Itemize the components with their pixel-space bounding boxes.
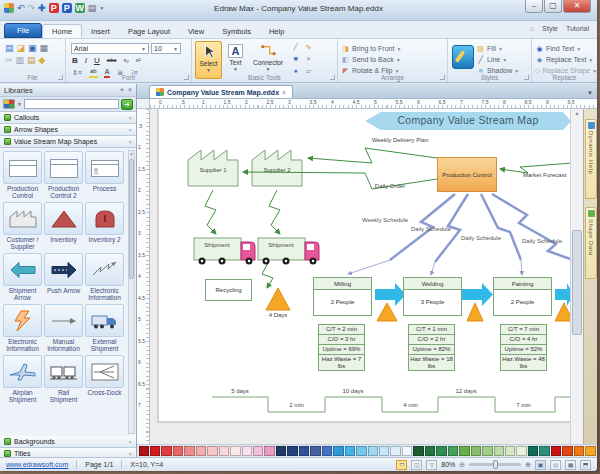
maximize-button[interactable]: ▢ <box>544 0 562 13</box>
close-button[interactable]: ✕ <box>563 0 591 13</box>
save-icon[interactable]: ▣ <box>28 43 37 53</box>
color-swatch[interactable] <box>448 446 458 456</box>
shipment-label-2[interactable]: Shipment <box>260 242 302 249</box>
shape-production-control-2[interactable]: Production Control 2 <box>44 151 83 200</box>
databox-painting[interactable]: C/T = 7 minC/O = 4 hrUptime = 52%Haz.Was… <box>500 325 547 371</box>
shape-rail-shipment[interactable]: Rail Shipment <box>44 355 83 404</box>
format-painter-icon[interactable]: ◆ <box>39 55 46 65</box>
menu-item-line[interactable]: ╱Line▼ <box>476 54 519 65</box>
color-swatch[interactable] <box>539 446 549 456</box>
color-swatch[interactable] <box>516 446 526 456</box>
normal-view-icon[interactable]: ▭ <box>396 460 407 470</box>
color-swatch[interactable] <box>299 446 309 456</box>
color-swatch[interactable] <box>333 446 343 456</box>
delete-tool-icon[interactable]: × <box>302 53 315 65</box>
supplier-2-label[interactable]: Supplier 2 <box>252 167 302 174</box>
menu-item-fill[interactable]: ▨Fill▼ <box>476 43 519 54</box>
supplier-1-label[interactable]: Supplier 1 <box>188 167 238 174</box>
color-swatch[interactable] <box>379 446 389 456</box>
rectangle-tool-icon[interactable]: ■ <box>289 53 302 65</box>
tab-home[interactable]: Home <box>42 24 82 38</box>
market-forecast-label[interactable]: Market Forecast <box>523 172 570 179</box>
color-swatch[interactable] <box>471 446 481 456</box>
print-icon[interactable]: ▦ <box>40 43 49 53</box>
curve-tool-icon[interactable]: ∿ <box>302 41 315 53</box>
color-swatch[interactable] <box>310 446 320 456</box>
process-milling[interactable]: Milling2 People <box>313 277 372 316</box>
basic-tools-dialog-launcher[interactable] <box>330 75 335 80</box>
color-swatch[interactable] <box>413 446 423 456</box>
section-value-stream-map-shapes[interactable]: Value Stream Map Shapes× <box>0 135 136 148</box>
zoom-out-icon[interactable]: ⊖ <box>459 461 465 469</box>
color-swatch[interactable] <box>368 446 378 456</box>
section-close-icon[interactable]: × <box>128 451 132 457</box>
library-search-input[interactable] <box>24 99 119 109</box>
shape-electronic-information[interactable]: Electronic Information <box>85 253 124 302</box>
shape-shipment-arrow[interactable]: Shipment Arrow <box>3 253 42 302</box>
process-painting[interactable]: Painting2 People <box>493 277 552 316</box>
vertical-scrollbar[interactable]: ▲ ▼ <box>570 109 583 458</box>
section-close-icon[interactable]: × <box>128 115 132 121</box>
schedule-label-2[interactable]: Daily Schedule <box>454 235 508 241</box>
scroll-up-icon[interactable]: ▲ <box>571 110 583 116</box>
document-tab-close-icon[interactable]: × <box>282 89 286 96</box>
subscript-button[interactable]: x₂ <box>122 56 129 65</box>
menu-item-find-text[interactable]: ◉Find Text▼ <box>535 43 594 54</box>
line-tool-icon[interactable]: ╱ <box>289 41 302 53</box>
superscript-button[interactable]: x² <box>135 56 142 65</box>
color-swatch[interactable] <box>482 446 492 456</box>
shape-manual-information[interactable]: Manual Information <box>44 304 83 353</box>
tab-view[interactable]: View <box>179 25 213 38</box>
shape-inventory-2[interactable]: Inventory 2 <box>85 202 124 251</box>
color-swatch[interactable] <box>505 446 515 456</box>
library-picker-caret[interactable]: ▼ <box>17 101 22 107</box>
schedule-label-3[interactable]: Daily Schedule <box>515 238 569 244</box>
italic-button[interactable]: I <box>84 56 88 65</box>
color-swatch[interactable] <box>276 446 286 456</box>
schedule-label-0[interactable]: Weekly Schedule <box>358 217 412 223</box>
schedule-label-1[interactable]: Daily Schedule <box>404 226 458 232</box>
open-icon[interactable]: ◪ <box>17 43 26 53</box>
paste-icon[interactable]: ▤ <box>27 55 36 65</box>
tab-symbols[interactable]: Symbols <box>213 25 260 38</box>
edrawsoft-link[interactable]: www.edrawsoft.com <box>6 461 68 468</box>
color-swatch[interactable] <box>173 446 183 456</box>
underline-button[interactable]: U <box>93 56 101 65</box>
production-control-node[interactable]: Production Control <box>437 157 497 192</box>
weekly-delivery-plan-label[interactable]: Weekly Delivery Plan <box>355 137 445 144</box>
fit-page-icon[interactable]: ▣ <box>535 460 546 470</box>
menu-item-replace-text[interactable]: ◈Replace Text▼ <box>535 54 594 65</box>
color-swatch[interactable] <box>574 446 584 456</box>
copy-icon[interactable]: ▥ <box>16 55 25 65</box>
color-swatch[interactable] <box>356 446 366 456</box>
shape-data-tab[interactable]: Shape Data <box>585 207 597 279</box>
recycling-node[interactable]: Recycling <box>205 279 252 301</box>
color-swatch[interactable] <box>184 446 194 456</box>
strikethrough-button[interactable]: abc <box>106 56 118 65</box>
color-swatch[interactable] <box>253 446 263 456</box>
document-tab[interactable]: Company Value Stream Map.eddx × <box>149 85 293 98</box>
color-swatch[interactable] <box>402 446 412 456</box>
shipment-label-1[interactable]: Shipment <box>196 242 238 249</box>
shape-process[interactable]: Process <box>85 151 124 200</box>
color-swatch[interactable] <box>207 446 217 456</box>
color-swatch[interactable] <box>219 446 229 456</box>
color-swatch[interactable] <box>585 446 595 456</box>
color-swatch[interactable] <box>528 446 538 456</box>
color-swatch[interactable] <box>436 446 446 456</box>
color-swatch[interactable] <box>551 446 561 456</box>
color-swatch[interactable] <box>322 446 332 456</box>
panel-close-icon[interactable]: × <box>128 86 132 94</box>
library-search-button[interactable]: ➜ <box>121 99 133 110</box>
shape-production-control[interactable]: Production Control <box>3 151 42 200</box>
databox-milling[interactable]: C/T = 2 minC/O = 3 hrUptime = 69%Haz.Was… <box>318 325 365 371</box>
color-swatch[interactable] <box>345 446 355 456</box>
zoom-tool-icon[interactable]: ◎ <box>550 460 561 470</box>
font-family-select[interactable]: Arial▼ <box>71 43 149 54</box>
diagram-title[interactable]: Company Value Stream Map <box>365 114 570 126</box>
color-swatch[interactable] <box>494 446 504 456</box>
canvas-viewport[interactable]: Company Value Stream Map Supplier 1 Supp… <box>150 109 570 458</box>
shape-external-shipment[interactable]: External Shipment <box>85 304 124 353</box>
tutorial-link[interactable]: Tutorial <box>566 25 589 32</box>
section-close-icon[interactable]: × <box>128 139 132 145</box>
